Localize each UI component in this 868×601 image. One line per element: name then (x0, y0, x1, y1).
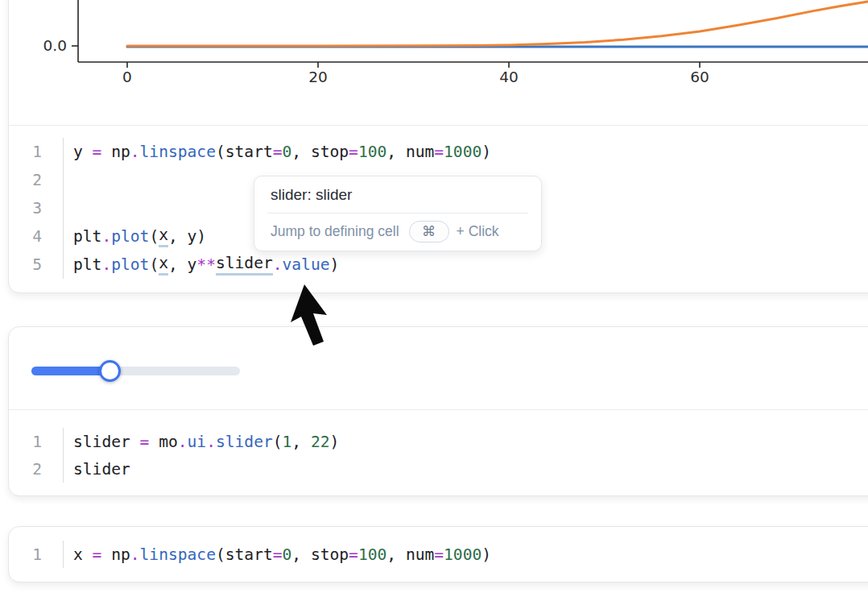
code-editor-x[interactable]: 1x = np.linspace(start=0, stop=100, num=… (9, 541, 868, 568)
code-line: 1y = np.linspace(start=0, stop=100, num=… (9, 138, 868, 166)
code-line: 5plt.plot(x, y**slider.value) (9, 251, 868, 279)
slider-widget[interactable] (31, 358, 257, 393)
code-text[interactable]: slider (63, 455, 868, 483)
code-editor-slider[interactable]: 1slider = mo.ui.slider(1, 22)2slider (9, 428, 868, 483)
code-line: 2slider (9, 455, 868, 483)
code-line: 1slider = mo.ui.slider(1, 22) (9, 428, 868, 455)
line-number: 1 (9, 545, 63, 564)
line-number: 1 (9, 143, 63, 161)
slider-fill (31, 367, 106, 375)
line-number: 4 (9, 227, 63, 246)
slider-handle[interactable] (99, 360, 121, 382)
code-text[interactable]: y = np.linspace(start=0, stop=100, num=1… (63, 138, 868, 166)
output-code-divider (9, 125, 868, 126)
line-number: 1 (9, 433, 63, 451)
code-text[interactable]: slider = mo.ui.slider(1, 22) (63, 428, 868, 455)
code-line: 1x = np.linspace(start=0, stop=100, num=… (9, 541, 868, 568)
line-number: 2 (9, 460, 63, 479)
cell-x: 1x = np.linspace(start=0, stop=100, num=… (8, 526, 868, 582)
code-text[interactable]: plt.plot(x, y**slider.value) (63, 251, 868, 279)
line-number: 3 (9, 199, 63, 218)
line-number: 5 (9, 255, 63, 274)
click-hint-label: + Click (457, 223, 499, 240)
output-code-divider (9, 409, 868, 410)
variable-tooltip: slider: slider Jump to defining cell ⌘ +… (254, 176, 542, 251)
jump-to-defining-cell-label: Jump to defining cell (271, 223, 399, 240)
line-number: 2 (9, 171, 63, 189)
code-text[interactable]: x = np.linspace(start=0, stop=100, num=1… (63, 541, 868, 568)
command-key-badge: ⌘ (409, 221, 449, 242)
notebook-canvas: 1y = np.linspace(start=0, stop=100, num=… (0, 0, 868, 601)
tooltip-title: slider: slider (254, 176, 541, 213)
cell-slider: 1slider = mo.ui.slider(1, 22)2slider (8, 326, 868, 496)
